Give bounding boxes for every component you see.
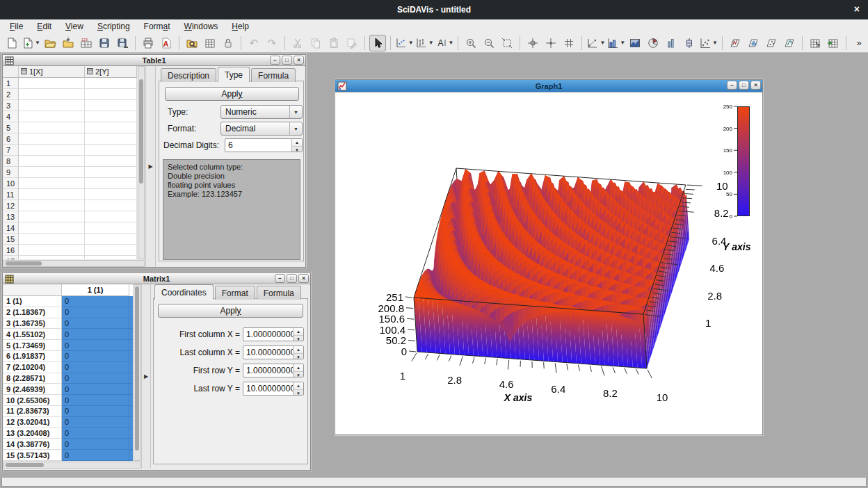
matrix-row[interactable]: 2 (1.18367)0	[3, 307, 133, 318]
plot3d-scatter-icon[interactable]	[763, 35, 780, 51]
matrix-cell[interactable]	[129, 318, 133, 330]
matrix-cell[interactable]	[129, 296, 133, 307]
add-column-icon[interactable]	[825, 35, 842, 51]
table-row[interactable]: 10	[3, 178, 137, 189]
table-row[interactable]: 5	[3, 122, 137, 133]
table-cell[interactable]	[85, 178, 137, 189]
results-log-icon[interactable]	[202, 35, 218, 51]
table-cell[interactable]	[85, 234, 137, 245]
matrix-cell[interactable]	[129, 439, 133, 450]
data-reader-icon[interactable]	[542, 35, 559, 51]
maximize-button[interactable]: □	[287, 274, 297, 283]
project-explorer-icon[interactable]	[184, 35, 200, 51]
spin-down-icon[interactable]: ▼	[294, 336, 303, 341]
table-row[interactable]: 7	[3, 145, 137, 156]
format-select[interactable]: Decimal ▼	[220, 122, 303, 136]
table-cell[interactable]	[85, 256, 137, 259]
table-row[interactable]: 17	[3, 256, 137, 259]
zoom-in-icon[interactable]	[463, 35, 479, 51]
matrix-cell[interactable]: 0	[62, 362, 129, 373]
table-hscrollbar[interactable]	[3, 260, 145, 267]
table-row[interactable]: 16	[3, 245, 137, 256]
matrix-row[interactable]: 13 (3.20408)0	[3, 428, 133, 439]
column-header[interactable]: 1[X]	[19, 66, 85, 78]
matrix-row[interactable]: 10 (2.65306)0	[3, 395, 133, 406]
minimize-button[interactable]: −	[275, 274, 285, 283]
plot-table-icon[interactable]	[807, 35, 823, 51]
table-cell[interactable]	[19, 122, 85, 133]
table-cell[interactable]	[19, 111, 85, 122]
tab-type[interactable]: Type	[218, 67, 250, 82]
row-number[interactable]: 8	[3, 156, 19, 167]
plot3d-ribbon-icon[interactable]	[781, 35, 798, 51]
column-plot-icon[interactable]: ▼	[606, 35, 625, 51]
row-number[interactable]: 15	[3, 234, 19, 245]
app-close-icon[interactable]: ×	[854, 3, 860, 15]
table-row[interactable]: 1	[3, 78, 137, 89]
spin-up-icon[interactable]: ▲	[294, 382, 303, 390]
matrix-row-header[interactable]: 7 (2.10204)	[3, 362, 62, 373]
matrix-cell[interactable]	[129, 450, 133, 461]
type-select[interactable]: Numeric ▼	[220, 105, 303, 119]
row-number[interactable]: 14	[3, 222, 19, 234]
minimize-button[interactable]: −	[727, 81, 737, 90]
matrix-row-header[interactable]: 12 (3.02041)	[3, 417, 62, 428]
table-row[interactable]: 3	[3, 100, 137, 111]
matrix-cell[interactable]	[129, 406, 133, 417]
table-row[interactable]: 15	[3, 234, 137, 245]
matrix-cell[interactable]: 0	[62, 428, 129, 439]
matrix-cell[interactable]: 0	[62, 384, 129, 395]
pie-plot-icon[interactable]	[645, 35, 661, 51]
spin-up-icon[interactable]: ▲	[292, 139, 302, 147]
table-row[interactable]: 2	[3, 89, 137, 100]
matrix1-apply-button[interactable]: Apply	[158, 304, 303, 318]
table-cell[interactable]	[85, 245, 137, 256]
row-number[interactable]: 13	[3, 211, 19, 222]
matrix-cell[interactable]: 0	[62, 329, 129, 340]
matrix-cell[interactable]: 0	[62, 318, 129, 330]
matrix-row[interactable]: 7 (2.10204)0	[3, 362, 133, 373]
first-column-x-stepper[interactable]: 1.000000000▲▼	[243, 327, 304, 341]
table-cell[interactable]	[19, 189, 85, 200]
move-points-icon[interactable]	[561, 35, 577, 51]
last-column-x-stepper[interactable]: 10.00000000▲▼	[243, 345, 304, 359]
row-number[interactable]: 16	[3, 245, 19, 256]
spin-down-icon[interactable]: ▼	[294, 372, 303, 377]
matrix-cell[interactable]: 0	[62, 450, 129, 461]
graph1-titlebar[interactable]: Graph1 − □ ✕	[335, 80, 762, 92]
table-corner-cell[interactable]	[3, 66, 19, 78]
column-header[interactable]: 2[Y]	[85, 66, 137, 78]
area-plot-icon[interactable]	[627, 35, 643, 51]
table-cell[interactable]	[85, 111, 137, 122]
matrix-row[interactable]: 14 (3.38776)0	[3, 439, 133, 450]
matrix-row-header[interactable]: 14 (3.38776)	[3, 439, 62, 450]
undo-icon[interactable]: ↶	[246, 35, 262, 51]
matrix-cell[interactable]	[129, 307, 133, 318]
table-row[interactable]: 14	[3, 222, 137, 234]
table-cell[interactable]	[85, 222, 137, 234]
matrix-row-header[interactable]: 4 (1.55102)	[3, 329, 62, 340]
table-cell[interactable]	[85, 145, 137, 156]
add-text-icon[interactable]: A▼	[435, 35, 454, 51]
matrix-row-header[interactable]: 11 (2.83673)	[3, 406, 62, 417]
matrix-cell[interactable]	[129, 395, 133, 406]
matrix-cell[interactable]: 0	[62, 340, 129, 351]
maximize-button[interactable]: □	[739, 81, 749, 90]
table-row[interactable]: 11	[3, 189, 137, 200]
import-ascii-icon[interactable]: 123	[78, 35, 95, 51]
matrix-row[interactable]: 15 (3.57143)0	[3, 450, 133, 461]
copy-icon[interactable]	[307, 35, 324, 51]
matrix-cell[interactable]: 0	[62, 406, 129, 417]
spin-up-icon[interactable]: ▲	[294, 328, 303, 336]
table-cell[interactable]	[85, 78, 137, 89]
table-cell[interactable]	[85, 156, 137, 167]
app-titlebar[interactable]: SciDAVis - untitled ×	[0, 0, 868, 19]
matrix-cell[interactable]: 0	[62, 351, 129, 362]
tab-coordinates[interactable]: Coordinates	[154, 284, 214, 300]
menu-help[interactable]: Help	[225, 20, 256, 33]
matrix-row[interactable]: 9 (2.46939)0	[3, 384, 133, 395]
menu-edit[interactable]: Edit	[30, 20, 58, 33]
line-plot-icon[interactable]: ▼	[586, 35, 605, 51]
table-cell[interactable]	[85, 189, 137, 200]
matrix-cell[interactable]: 0	[62, 307, 129, 318]
